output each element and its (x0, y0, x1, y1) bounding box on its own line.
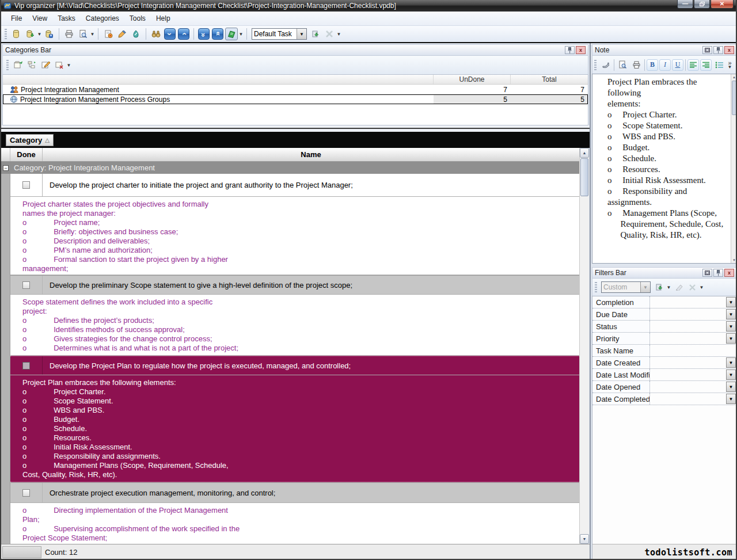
undone-column-header[interactable]: UnDone (434, 75, 511, 84)
task-checkbox[interactable] (22, 489, 30, 497)
note-editor[interactable]: Project Plan embraces the following elem… (592, 74, 737, 264)
note-hyperlink-button[interactable] (599, 59, 612, 71)
show-notes-toggle-button[interactable] (225, 28, 238, 40)
total-column-header[interactable]: Total (511, 75, 588, 84)
filter-value-cell[interactable] (650, 393, 736, 405)
note-pin-button[interactable] (713, 46, 723, 54)
scrollbar-thumb[interactable] (580, 158, 588, 196)
delete-task-button[interactable] (130, 28, 142, 40)
note-scroll-down-button[interactable]: ▼ (731, 257, 737, 263)
filter-dropdown-button[interactable]: ▼ (726, 321, 736, 332)
apply-task-type-button[interactable] (309, 28, 322, 40)
note-restore-button[interactable] (702, 46, 712, 54)
scroll-up-button[interactable]: ▲ (580, 148, 589, 158)
print-preview-button[interactable] (77, 28, 89, 40)
menu-item-view[interactable]: View (27, 12, 52, 25)
filters-pin-button[interactable] (713, 269, 723, 277)
scroll-down-button[interactable]: ▼ (580, 534, 589, 544)
filter-value-cell[interactable] (650, 357, 736, 368)
task-type-combobox[interactable]: Default Task ▼ (252, 28, 307, 40)
menu-item-tasks[interactable]: Tasks (52, 12, 81, 25)
align-right-button[interactable] (700, 59, 712, 71)
category-group-button[interactable]: Category △ (6, 134, 54, 146)
clear-filter-button[interactable] (672, 281, 685, 294)
close-button[interactable]: ✕ (711, 0, 734, 9)
categories-toolbar-overflow[interactable]: ▼ (66, 63, 71, 68)
align-left-button[interactable] (687, 59, 699, 71)
note-scroll-thumb[interactable] (732, 81, 736, 115)
horizontal-splitter[interactable] (1, 125, 590, 132)
save-filter-button[interactable] (653, 281, 666, 294)
new-task-button[interactable] (102, 28, 115, 40)
minimize-button[interactable]: — (677, 0, 693, 9)
filter-dropdown-button[interactable]: ▼ (726, 309, 736, 319)
filter-dropdown-button[interactable]: ▼ (726, 297, 736, 307)
filter-dropdown-button[interactable]: ▼ (726, 333, 736, 344)
note-print-button[interactable] (630, 59, 643, 71)
new-category-button[interactable] (12, 59, 24, 71)
category-group-row[interactable]: − Category: Project Integration Manageme… (1, 162, 579, 174)
category-row[interactable]: Project Integration Management 7 7 (3, 85, 588, 94)
category-row-selected[interactable]: Project Integration Management Process G… (3, 94, 588, 104)
new-subcategory-button[interactable] (25, 59, 38, 71)
bold-button[interactable]: B (647, 59, 658, 71)
menu-item-tools[interactable]: Tools (124, 12, 151, 25)
filter-value-cell[interactable] (650, 381, 736, 393)
filter-value-cell[interactable] (650, 369, 736, 380)
filter-value-cell[interactable] (650, 296, 736, 308)
filter-value-cell[interactable] (650, 321, 736, 332)
task-type-dropdown[interactable]: ▼ (297, 29, 306, 39)
new-database-button[interactable] (10, 28, 22, 40)
edit-category-button[interactable] (39, 59, 52, 71)
task-row[interactable]: Orchestrate project execution management… (10, 482, 579, 503)
filter-dropdown-button[interactable]: ▼ (726, 382, 736, 392)
filters-toolbar-grip[interactable] (595, 282, 597, 292)
category-name-column-header[interactable] (3, 75, 434, 84)
filter-preset-combobox[interactable]: Custom ▼ (601, 281, 651, 293)
note-close-button[interactable]: x (724, 46, 734, 54)
open-database-dropdown[interactable]: ▼ (37, 32, 42, 37)
name-column-header[interactable]: Name (43, 148, 579, 161)
task-row[interactable]: Develop the project charter to initiate … (10, 174, 579, 197)
underline-button[interactable]: U (672, 59, 683, 71)
move-to-top-button[interactable]: » (212, 28, 223, 40)
filter-value-cell[interactable] (650, 308, 736, 320)
filter-preset-dropdown[interactable]: ▼ (640, 282, 650, 292)
filter-value-cell[interactable] (650, 333, 736, 344)
grid-vertical-scrollbar[interactable]: ▲ ▼ (579, 148, 589, 544)
categories-pin-button[interactable] (565, 46, 575, 54)
task-row[interactable]: Develop the preliminary Scope statement … (10, 275, 579, 295)
delete-filter-button[interactable] (686, 281, 698, 294)
done-column-header[interactable]: Done (10, 148, 43, 161)
filter-value-cell[interactable] (650, 345, 736, 356)
menu-item-help[interactable]: Help (151, 12, 176, 25)
move-down-button[interactable]: › (164, 28, 176, 40)
toolbar-grip[interactable] (5, 29, 7, 39)
task-checkbox[interactable] (22, 281, 30, 289)
note-scrollbar[interactable]: ▲ ▼ (731, 74, 737, 263)
cancel-button[interactable] (323, 28, 336, 40)
move-to-bottom-button[interactable]: » (198, 28, 210, 40)
toolbar-overflow[interactable]: ▼ (336, 32, 341, 37)
note-preview-button[interactable] (616, 59, 629, 71)
move-up-button[interactable]: › (178, 28, 189, 40)
categories-toolbar-grip[interactable] (6, 60, 9, 70)
task-checkbox[interactable] (22, 362, 30, 369)
task-row-selected[interactable]: Develop the Project Plan to regulate how… (10, 356, 579, 375)
filters-restore-button[interactable] (702, 269, 712, 277)
filter-dropdown-button[interactable]: ▼ (726, 369, 736, 380)
note-scroll-up-button[interactable]: ▲ (731, 74, 737, 80)
save-database-button[interactable] (43, 28, 55, 40)
filter-dropdown-button[interactable]: ▼ (726, 357, 736, 368)
italic-button[interactable]: I (659, 59, 671, 71)
collapse-icon[interactable]: − (3, 165, 9, 171)
note-toolbar-overflow[interactable]: »▼ (727, 61, 732, 69)
open-database-button[interactable] (24, 28, 36, 40)
find-button[interactable] (150, 28, 162, 40)
bullets-button[interactable] (713, 59, 725, 71)
filters-toolbar-overflow[interactable]: ▼ (699, 285, 704, 290)
note-toolbar-grip[interactable] (594, 60, 597, 70)
delete-category-button[interactable] (53, 59, 66, 71)
categories-close-button[interactable]: x (576, 46, 586, 54)
filter-dropdown-button[interactable]: ▼ (726, 394, 736, 404)
